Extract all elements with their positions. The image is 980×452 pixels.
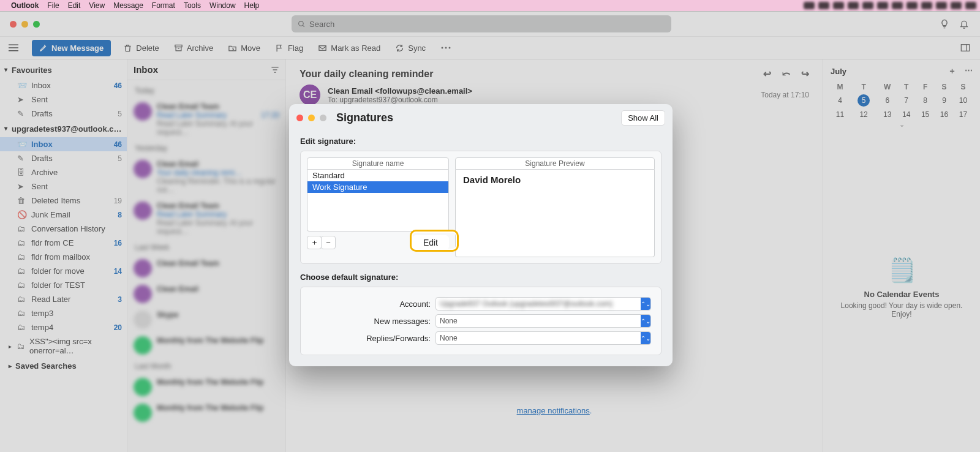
signature-list[interactable]: Standard Work Signature	[307, 170, 449, 232]
modal-close[interactable]	[296, 115, 303, 121]
signature-preview: David Morelo	[455, 170, 655, 257]
menu-edit[interactable]: Edit	[68, 1, 81, 10]
account-select[interactable]: Upgrade937 Outlook (upgradetest937@outlo…	[435, 297, 651, 311]
menu-message[interactable]: Message	[113, 1, 143, 10]
menubar-status-icons	[804, 2, 976, 9]
show-all-button[interactable]: Show All	[621, 110, 665, 126]
modal-zoom	[320, 115, 326, 121]
signatures-modal: Signatures Show All Edit signature: Sign…	[289, 104, 673, 366]
new-messages-select[interactable]: None⌃⌄	[435, 314, 651, 328]
choose-default-label: Choose default signature:	[300, 273, 662, 282]
menu-window[interactable]: Window	[209, 1, 236, 10]
account-label: Account:	[311, 299, 431, 309]
signature-name-header: Signature name	[307, 157, 449, 170]
menu-help[interactable]: Help	[244, 1, 260, 10]
edit-signature-button[interactable]: Edit	[412, 235, 449, 250]
signature-preview-header: Signature Preview	[455, 157, 655, 170]
edit-signature-label: Edit signature:	[300, 137, 662, 146]
signature-item-standard[interactable]: Standard	[307, 170, 448, 181]
app-name[interactable]: Outlook	[11, 1, 39, 10]
new-messages-label: New messages:	[311, 317, 431, 326]
replies-forwards-select[interactable]: None⌃⌄	[435, 331, 651, 345]
modal-minimize[interactable]	[308, 115, 315, 121]
menu-view[interactable]: View	[89, 1, 105, 10]
menu-file[interactable]: File	[47, 1, 59, 10]
menu-tools[interactable]: Tools	[184, 1, 201, 10]
remove-signature-button[interactable]: −	[321, 236, 336, 249]
modal-title: Signatures	[336, 111, 616, 124]
add-signature-button[interactable]: ＋	[307, 236, 322, 249]
mac-menubar: Outlook File Edit View Message Format To…	[0, 0, 980, 11]
signature-item-work[interactable]: Work Signature	[307, 181, 448, 193]
menu-format[interactable]: Format	[152, 1, 175, 10]
replies-forwards-label: Replies/Forwards:	[311, 334, 431, 343]
